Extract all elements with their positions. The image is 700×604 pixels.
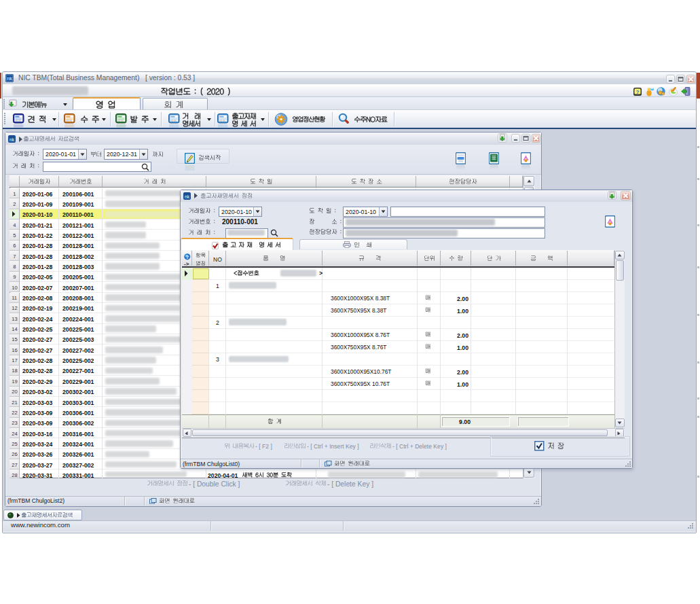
svg-text:?: ? (186, 255, 189, 260)
svg-text:?: ? (636, 89, 640, 95)
svg-text:nk: nk (185, 194, 190, 199)
svg-text:nk: nk (10, 137, 15, 142)
svg-text:nk: nk (7, 76, 12, 81)
